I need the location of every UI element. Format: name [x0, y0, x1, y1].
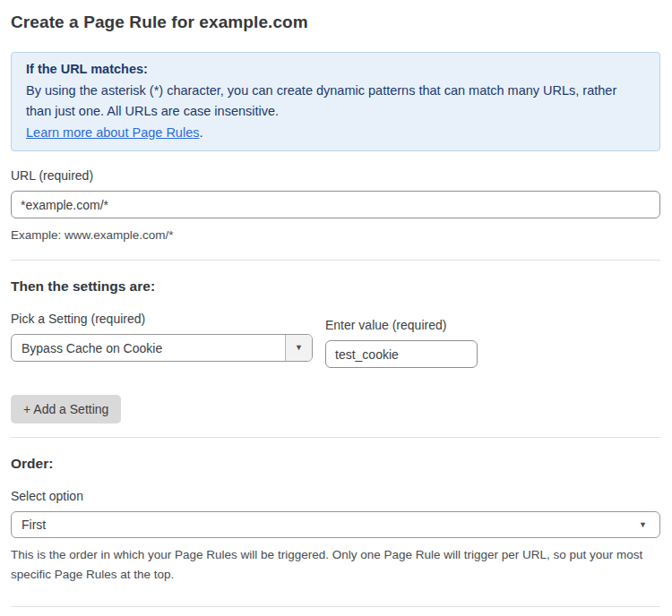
chevron-down-icon: ▼ — [295, 344, 303, 352]
url-input[interactable] — [11, 191, 660, 218]
link-period: . — [199, 125, 202, 140]
url-field-label: URL (required) — [11, 168, 660, 183]
order-select[interactable]: First ▼ — [11, 511, 660, 538]
order-select-label: Select option — [11, 489, 660, 503]
divider — [11, 437, 660, 438]
order-section-heading: Order: — [11, 456, 660, 472]
setting-value-column: Enter value (required) — [325, 295, 478, 368]
settings-section-heading: Then the settings are: — [11, 278, 660, 295]
page-title: Create a Page Rule for example.com — [11, 13, 660, 32]
add-setting-button[interactable]: + Add a Setting — [11, 395, 121, 424]
order-helper-text: This is the order in which your Page Rul… — [11, 545, 660, 585]
order-select-arrow: ▼ — [639, 521, 659, 529]
setting-select-value: Bypass Cache on Cookie — [12, 341, 285, 355]
value-field-label: Enter value (required) — [325, 318, 478, 332]
order-select-value: First — [12, 518, 639, 532]
info-box-body: By using the asterisk (*) character, you… — [26, 81, 645, 123]
url-example-helper: Example: www.example.com/* — [11, 226, 660, 245]
setting-select[interactable]: Bypass Cache on Cookie ▼ — [11, 334, 313, 362]
setting-select-label: Pick a Setting (required) — [11, 312, 313, 326]
divider — [11, 606, 660, 607]
settings-row: Pick a Setting (required) Bypass Cache o… — [11, 295, 660, 368]
setting-select-column: Pick a Setting (required) Bypass Cache o… — [11, 295, 313, 362]
divider — [11, 260, 660, 261]
info-box-link-line: Learn more about Page Rules. — [26, 123, 645, 144]
setting-select-arrow-button[interactable]: ▼ — [285, 335, 312, 361]
info-box-heading: If the URL matches: — [26, 59, 645, 81]
url-matches-info-box: If the URL matches: By using the asteris… — [11, 52, 660, 151]
learn-more-link[interactable]: Learn more about Page Rules — [26, 125, 199, 140]
setting-value-input[interactable] — [325, 340, 478, 368]
create-page-rule-form: Create a Page Rule for example.com If th… — [0, 0, 672, 616]
chevron-down-icon: ▼ — [639, 521, 647, 529]
